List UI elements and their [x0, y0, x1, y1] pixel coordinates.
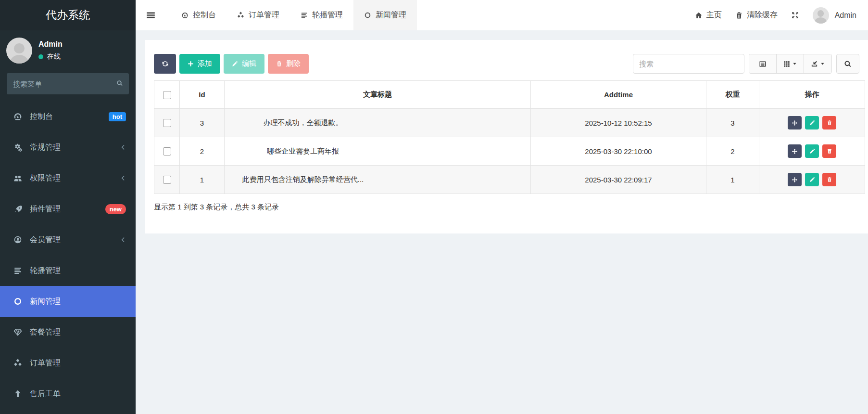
circle-o-icon	[13, 297, 23, 306]
list-icon	[301, 12, 308, 19]
toggle-view-button[interactable]	[749, 54, 777, 73]
sidebar-item-member[interactable]: 会员管理	[0, 224, 136, 255]
caret-down-icon	[793, 62, 797, 66]
row-checkbox[interactable]	[163, 176, 171, 184]
add-button-label: 添加	[198, 59, 212, 68]
sidebar-item-label: 套餐管理	[30, 327, 61, 337]
sidebar-item-order[interactable]: 订单管理	[0, 348, 136, 378]
gem-icon	[13, 328, 23, 336]
cubes-icon	[237, 12, 244, 19]
add-button[interactable]: 添加	[179, 54, 220, 74]
avatar	[813, 7, 829, 24]
delete-button-label: 删除	[286, 59, 301, 68]
sidebar-item-console[interactable]: 控制台 hot	[0, 101, 136, 132]
table-row: 3 办理不成功，全额退款。 2025-10-12 10:52:15 3	[154, 109, 865, 137]
app-title: 代办系统	[0, 0, 136, 30]
drag-row-button[interactable]	[788, 173, 802, 186]
search-icon	[116, 80, 123, 87]
sidebar-item-carousel[interactable]: 轮播管理	[0, 255, 136, 286]
clear-cache-link[interactable]: 清除缓存	[735, 10, 778, 20]
tab-label: 订单管理	[249, 10, 279, 20]
edit-button[interactable]: 编辑	[224, 54, 264, 74]
tab-carousel[interactable]: 轮播管理	[290, 0, 353, 30]
sidebar-item-label: 轮播管理	[30, 266, 61, 276]
navbar-right: 主页 清除缓存 Admin	[695, 0, 868, 30]
fullscreen-button[interactable]	[791, 11, 799, 19]
edit-row-button[interactable]	[805, 144, 819, 158]
sidebar-search	[7, 73, 129, 94]
circle-o-icon	[364, 12, 371, 19]
sidebar-item-general[interactable]: 常规管理	[0, 132, 136, 163]
column-header-weight: 权重	[706, 81, 759, 109]
table-view-button-group	[749, 54, 832, 74]
cogs-icon	[13, 143, 23, 152]
user-menu[interactable]: Admin	[813, 7, 856, 24]
user-status: 在线	[38, 52, 63, 61]
sidebar-item-auth[interactable]: 权限管理	[0, 163, 136, 194]
delete-row-button[interactable]	[822, 173, 836, 186]
app-window: 代办系统 Admin 在线 控制台 hot 常规管理	[0, 0, 868, 414]
cell-id: 1	[180, 166, 225, 194]
sidebar-menu: 控制台 hot 常规管理 权限管理 插件管理 new 会员管理	[0, 101, 136, 409]
table-row: 2 哪些企业需要工商年报 2025-03-30 22:10:00 2	[154, 137, 865, 166]
new-badge: new	[105, 204, 126, 214]
cell-addtime: 2025-10-12 10:52:15	[531, 109, 706, 137]
search-icon	[844, 60, 852, 68]
drag-row-button[interactable]	[788, 116, 802, 129]
edit-button-label: 编辑	[242, 59, 256, 68]
chevron-left-icon	[120, 175, 126, 181]
row-checkbox[interactable]	[163, 119, 171, 127]
sidebar-item-label: 售后工单	[30, 389, 61, 399]
cell-id: 3	[180, 109, 225, 137]
nav-tabs: 控制台 订单管理 轮播管理 新闻管理	[171, 0, 417, 30]
columns-dropdown-button[interactable]	[777, 54, 804, 73]
list-alt-icon	[759, 60, 767, 68]
users-icon	[13, 174, 23, 182]
th-grid-icon	[783, 61, 790, 67]
sidebar-item-addon[interactable]: 插件管理 new	[0, 194, 136, 224]
column-header-title: 文章标题	[225, 81, 531, 109]
tab-label: 新闻管理	[376, 10, 406, 20]
hot-badge: hot	[109, 112, 126, 121]
tab-console[interactable]: 控制台	[171, 0, 226, 30]
edit-row-button[interactable]	[805, 116, 819, 129]
cell-id: 2	[180, 137, 225, 166]
delete-row-button[interactable]	[822, 116, 836, 129]
export-dropdown-button[interactable]	[804, 54, 831, 73]
cell-addtime: 2025-03-30 22:09:17	[531, 166, 706, 194]
trash-icon	[735, 12, 743, 19]
table-search-input[interactable]	[633, 54, 744, 74]
sidebar-item-package[interactable]: 套餐管理	[0, 317, 136, 348]
sidebar-item-label: 新闻管理	[30, 297, 61, 307]
list-icon	[13, 266, 23, 275]
tab-label: 轮播管理	[312, 10, 343, 20]
select-all-checkbox[interactable]	[163, 91, 171, 99]
sidebar-toggle-button[interactable]	[136, 0, 166, 30]
expand-icon	[791, 11, 799, 19]
row-checkbox[interactable]	[163, 147, 171, 155]
sidebar-item-aftersale[interactable]: 售后工单	[0, 378, 136, 409]
user-panel: Admin 在线	[0, 30, 136, 70]
home-label: 主页	[706, 10, 722, 20]
column-header-addtime: Addtime	[531, 81, 706, 109]
sidebar-search-input[interactable]	[7, 73, 129, 94]
user-circle-icon	[13, 235, 23, 244]
chevron-left-icon	[120, 237, 126, 243]
chevron-left-icon	[120, 144, 126, 150]
delete-button[interactable]: 删除	[268, 54, 309, 74]
search-toggle-button[interactable]	[836, 54, 859, 74]
drag-row-button[interactable]	[788, 144, 802, 158]
tab-order[interactable]: 订单管理	[226, 0, 290, 30]
refresh-button[interactable]	[154, 54, 176, 74]
table-row: 1 此费用只包含注销及解除异常经营代... 2025-03-30 22:09:1…	[154, 166, 865, 194]
main-area: 控制台 订单管理 轮播管理 新闻管理 主页	[136, 0, 868, 414]
tab-news[interactable]: 新闻管理	[353, 0, 417, 30]
arrow-up-icon	[13, 389, 23, 398]
sidebar-item-label: 会员管理	[30, 235, 61, 245]
sidebar-item-news[interactable]: 新闻管理	[0, 286, 136, 317]
home-link[interactable]: 主页	[695, 10, 722, 20]
edit-row-button[interactable]	[805, 173, 819, 186]
sidebar: 代办系统 Admin 在线 控制台 hot 常规管理	[0, 0, 136, 414]
content-area: 添加 编辑 删除	[136, 30, 868, 414]
delete-row-button[interactable]	[822, 144, 836, 158]
